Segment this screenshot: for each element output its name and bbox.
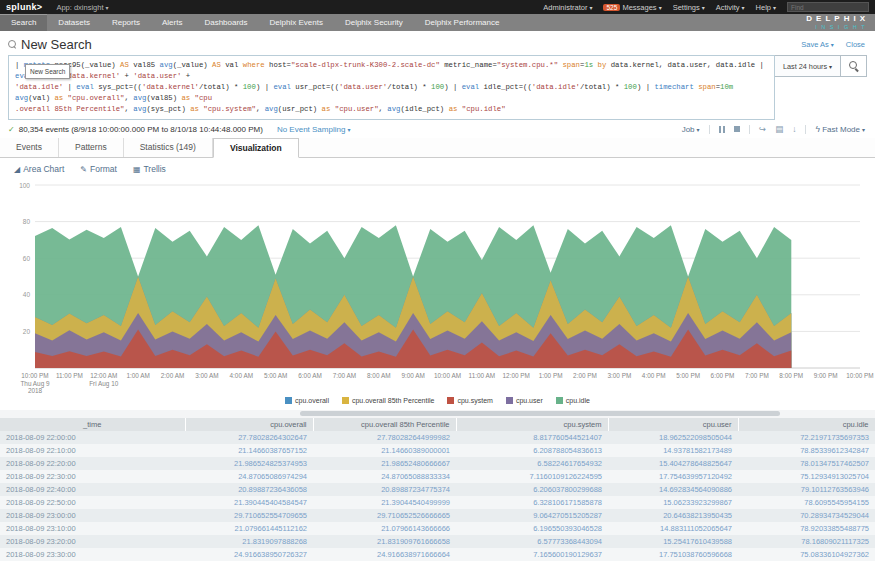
- cell-value[interactable]: 78.92033855488775: [738, 522, 875, 535]
- cell-value[interactable]: 21.39044540499999: [313, 496, 456, 509]
- trellis-menu[interactable]: ▦ Trellis: [133, 164, 166, 174]
- cell-value[interactable]: 21.14660387657152: [185, 444, 313, 457]
- cell-value[interactable]: 6.328106171585878: [456, 496, 608, 509]
- cell-value[interactable]: 24.916638971666664: [313, 548, 456, 561]
- menu-activity[interactable]: Activity▾: [716, 3, 745, 12]
- nav-item-delphix-security[interactable]: Delphix Security: [334, 14, 414, 31]
- cell-value[interactable]: 20.89887236436058: [185, 483, 313, 496]
- cell-value[interactable]: 78.01347517462507: [738, 457, 875, 470]
- cell-value[interactable]: 6.208788054836613: [456, 444, 608, 457]
- legend-item-cpu.idle[interactable]: cpu.idle: [556, 397, 590, 404]
- scrollbar-thumb[interactable]: [300, 411, 780, 416]
- legend-item-cpu.overall[interactable]: cpu.overall: [285, 397, 329, 404]
- cell-value[interactable]: 6.196550393046528: [456, 522, 608, 535]
- cell-value[interactable]: 24.87065088833334: [313, 470, 456, 483]
- cell-time[interactable]: 2018-08-09 22:00:00: [0, 431, 185, 444]
- cell-value[interactable]: 6.206037800299688: [456, 483, 608, 496]
- cell-value[interactable]: 24.87065086974294: [185, 470, 313, 483]
- menu-help[interactable]: Help▾: [756, 3, 776, 12]
- cell-value[interactable]: 75.08336104927362: [738, 548, 875, 561]
- cell-value[interactable]: 14.883111052065647: [608, 522, 738, 535]
- app-selector[interactable]: App: dxinsight▾: [56, 3, 108, 12]
- table-horizontal-scrollbar[interactable]: [0, 410, 875, 418]
- splunk-logo[interactable]: splunk>: [6, 2, 42, 12]
- cell-time[interactable]: 2018-08-09 22:40:00: [0, 483, 185, 496]
- column-header--time[interactable]: _time: [0, 418, 185, 431]
- run-search-button[interactable]: [841, 55, 867, 77]
- cell-value[interactable]: 15.25417610439588: [608, 535, 738, 548]
- cell-value[interactable]: 21.14660389000001: [313, 444, 456, 457]
- cell-time[interactable]: 2018-08-09 22:20:00: [0, 457, 185, 470]
- nav-item-reports[interactable]: Reports: [101, 14, 151, 31]
- nav-item-delphix-events[interactable]: Delphix Events: [259, 14, 334, 31]
- cell-value[interactable]: 21.986524825374953: [185, 457, 313, 470]
- chart-type-picker[interactable]: ◢ Area Chart: [14, 164, 64, 174]
- messages-menu[interactable]: 525 Messages▾: [603, 3, 661, 12]
- cell-value[interactable]: 72.21971735697353: [738, 431, 875, 444]
- cell-value[interactable]: 17.751038760596668: [608, 548, 738, 561]
- cell-value[interactable]: 17.754639957120492: [608, 470, 738, 483]
- cell-time[interactable]: 2018-08-09 22:50:00: [0, 496, 185, 509]
- cell-value[interactable]: 21.07966143666666: [313, 522, 456, 535]
- search-query-input[interactable]: | mstats perc95(_value) AS val85 avg(_va…: [8, 55, 775, 120]
- find-input[interactable]: [787, 2, 869, 12]
- nav-item-datasets[interactable]: Datasets: [47, 14, 101, 31]
- cell-value[interactable]: 14.93781582173489: [608, 444, 738, 457]
- cell-value[interactable]: 78.6095545954155: [738, 496, 875, 509]
- menu-settings[interactable]: Settings▾: [673, 3, 705, 12]
- cell-value[interactable]: 21.079661445112162: [185, 522, 313, 535]
- cell-value[interactable]: 79.10112763563946: [738, 483, 875, 496]
- legend-item-cpu.overall-85th-percentile[interactable]: cpu.overall 85th Percentile: [342, 397, 435, 404]
- nav-item-search[interactable]: Search: [0, 14, 47, 31]
- cell-value[interactable]: 6.58224617654932: [456, 457, 608, 470]
- cell-value[interactable]: 6.57773368443094: [456, 535, 608, 548]
- cell-value[interactable]: 24.916638950726327: [185, 548, 313, 561]
- cell-value[interactable]: 20.64638213950435: [608, 509, 738, 522]
- cell-value[interactable]: 9.064270515205287: [456, 509, 608, 522]
- cell-time[interactable]: 2018-08-09 23:10:00: [0, 522, 185, 535]
- cell-value[interactable]: 27.780282644999982: [313, 431, 456, 444]
- cell-time[interactable]: 2018-08-09 22:10:00: [0, 444, 185, 457]
- save-as-button[interactable]: Save As▾: [801, 40, 834, 49]
- column-header-cpu-overall[interactable]: cpu.overall: [185, 418, 313, 431]
- column-header-cpu-overall-85th-percentile[interactable]: cpu.overall 85th Percentile: [313, 418, 456, 431]
- cell-value[interactable]: 21.8319097888268: [185, 535, 313, 548]
- cell-value[interactable]: 75.12934913025704: [738, 470, 875, 483]
- close-button[interactable]: Close: [846, 40, 865, 49]
- cell-value[interactable]: 29.710652526666665: [313, 509, 456, 522]
- nav-item-dashboards[interactable]: Dashboards: [193, 14, 258, 31]
- cell-value[interactable]: 21.831909761666658: [313, 535, 456, 548]
- nav-item-delphix-performance[interactable]: Delphix Performance: [414, 14, 511, 31]
- cell-value[interactable]: 70.28934734529044: [738, 509, 875, 522]
- chart-plot-area[interactable]: 20406080100: [0, 178, 875, 370]
- tab-statistics-149[interactable]: Statistics (149): [124, 138, 213, 157]
- cell-value[interactable]: 14.692834564090886: [608, 483, 738, 496]
- cell-value[interactable]: 29.710652554709655: [185, 509, 313, 522]
- tab-visualization[interactable]: Visualization: [213, 138, 299, 158]
- cell-value[interactable]: 15.06233923299867: [608, 496, 738, 509]
- tab-patterns[interactable]: Patterns: [59, 138, 124, 157]
- fast-mode-menu[interactable]: ϟ Fast Mode▾: [815, 124, 865, 134]
- cell-value[interactable]: 21.390445404584547: [185, 496, 313, 509]
- column-header-cpu-system[interactable]: cpu.system: [456, 418, 608, 431]
- cell-time[interactable]: 2018-08-09 23:00:00: [0, 509, 185, 522]
- cell-time[interactable]: 2018-08-09 23:30:00: [0, 548, 185, 561]
- legend-item-cpu.user[interactable]: cpu.user: [506, 397, 543, 404]
- menu-administrator[interactable]: Administrator▾: [543, 3, 592, 12]
- area-chart[interactable]: 20406080100 10:00 PMThu Aug 9201811:00 P…: [0, 178, 875, 410]
- cell-time[interactable]: 2018-08-09 22:30:00: [0, 470, 185, 483]
- cell-value[interactable]: 8.817760544521407: [456, 431, 608, 444]
- share-icon[interactable]: ↪: [759, 124, 766, 134]
- pause-job-icon[interactable]: [719, 126, 725, 133]
- time-range-picker[interactable]: Last 24 hours▾: [775, 55, 841, 77]
- event-sampling-menu[interactable]: No Event Sampling▾: [277, 125, 351, 134]
- cell-value[interactable]: 7.1160109126224595: [456, 470, 608, 483]
- column-header-cpu-idle[interactable]: cpu.idle: [738, 418, 875, 431]
- column-header-cpu-user[interactable]: cpu.user: [608, 418, 738, 431]
- tab-events[interactable]: Events: [0, 138, 59, 157]
- export-icon[interactable]: ↓: [792, 124, 796, 134]
- legend-item-cpu.system[interactable]: cpu.system: [447, 397, 492, 404]
- cell-value[interactable]: 27.78028264302647: [185, 431, 313, 444]
- cell-time[interactable]: 2018-08-09 23:20:00: [0, 535, 185, 548]
- nav-item-alerts[interactable]: Alerts: [151, 14, 193, 31]
